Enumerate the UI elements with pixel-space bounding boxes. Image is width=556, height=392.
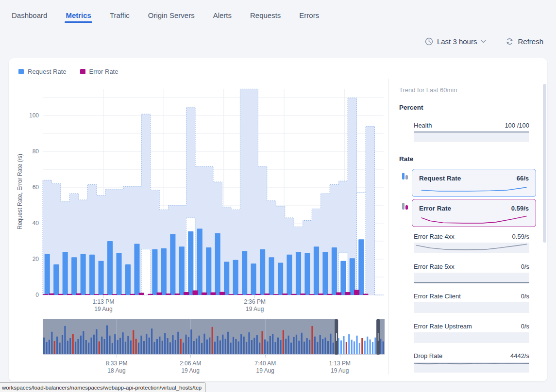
brush-bar — [322, 339, 323, 354]
request-rate-bar — [170, 234, 175, 295]
error-rate-4xx-sparkline — [414, 243, 529, 253]
status-bar-text: workspaces/load-balancers/namespaces/web… — [2, 385, 202, 391]
chevron-down-icon — [481, 40, 486, 43]
brush-handle-right[interactable] — [376, 319, 380, 355]
brush-axis-tick — [117, 355, 117, 358]
legend-request-rate[interactable]: Request Rate — [18, 68, 67, 75]
brush-bar — [156, 339, 158, 354]
error-rate-upstream-row[interactable]: Error Rate Upstream 0/s — [414, 323, 529, 343]
error-rate-bar — [184, 292, 189, 295]
brush-bar — [119, 338, 121, 354]
error-rate-upstream-sparkline — [414, 332, 529, 343]
brush-bar — [246, 342, 247, 354]
tab-label: Origin Servers — [148, 11, 195, 19]
clock-icon — [425, 37, 433, 46]
brush-bar — [85, 340, 87, 354]
brush-bar — [164, 333, 166, 354]
tab-origin-servers[interactable]: Origin Servers — [147, 1, 196, 28]
main-chart-svg[interactable]: 020406080100Request Rate, Error Rate (/s… — [15, 85, 392, 315]
request-rate-bar — [322, 252, 328, 295]
brush-axis-label: 2:06 AM19 Aug — [180, 360, 201, 375]
error-rate-4xx-value: 0.59/s — [512, 233, 529, 240]
brush-svg[interactable] — [43, 319, 385, 355]
brush-bar — [324, 338, 326, 354]
tab-alerts[interactable]: Alerts — [212, 1, 233, 28]
brush-bar — [90, 338, 92, 354]
svg-text:0: 0 — [35, 292, 39, 298]
error-rate-card[interactable]: Error Rate 0.59/s — [412, 199, 536, 227]
brush-bar — [117, 340, 118, 354]
request-rate-bar — [81, 254, 86, 295]
tab-metrics[interactable]: Metrics — [65, 1, 92, 28]
tab-errors[interactable]: Errors — [298, 1, 320, 28]
legend-error-rate[interactable]: Error Rate — [80, 68, 118, 75]
brush-bar — [212, 327, 213, 354]
error-rate-5xx-sparkline — [414, 273, 529, 283]
brush-bar — [43, 338, 45, 354]
error-rate-bar — [318, 294, 323, 295]
brush-bar — [59, 343, 60, 354]
brush-handle-left[interactable] — [335, 319, 338, 355]
tab-dashboard[interactable]: Dashboard — [11, 1, 48, 28]
error-rate-4xx-row[interactable]: Error Rate 4xx 0.59/s — [414, 233, 529, 253]
brush-bar — [277, 338, 279, 354]
brush-bar — [88, 343, 89, 354]
brush-bar — [203, 334, 205, 354]
error-rate-bar — [67, 294, 72, 295]
error-rate-5xx-value: 0/s — [521, 263, 529, 270]
brush-bar — [320, 335, 321, 354]
health-row[interactable]: Health 100 /100 — [414, 122, 529, 142]
brush-bar — [162, 341, 163, 354]
brush-bar — [327, 341, 329, 354]
brush-bar — [72, 334, 74, 354]
brush-bar — [143, 341, 145, 354]
svg-text:19 Aug: 19 Aug — [94, 306, 112, 312]
status-bar-link-preview: workspaces/load-balancers/namespaces/web… — [0, 382, 206, 392]
main-chart[interactable]: 020406080100Request Rate, Error Rate (/s… — [15, 85, 392, 315]
brush-bar — [285, 339, 286, 354]
error-rate-client-row[interactable]: Error Rate Client 0/s — [414, 293, 529, 313]
sidebar-scrollbar-thumb[interactable] — [543, 84, 546, 243]
brush-bar — [56, 337, 58, 354]
brush-bar — [172, 335, 173, 354]
brush-bar — [112, 343, 113, 354]
request-rate-bar — [125, 264, 131, 295]
error-rate-bar — [139, 293, 144, 295]
error-rate-bar — [43, 294, 48, 295]
drop-rate-row[interactable]: Drop Rate 4442/s — [414, 352, 529, 373]
error-rate-bar — [228, 294, 234, 295]
brush-bar — [233, 337, 234, 354]
brush-bar — [67, 341, 68, 354]
brush-bar — [348, 334, 350, 354]
brush-axis-tick — [265, 355, 266, 358]
tab-label: Dashboard — [12, 11, 47, 19]
brush-bar — [230, 343, 231, 354]
legend-label: Error Rate — [89, 68, 118, 75]
brush-bar — [243, 337, 245, 354]
svg-text:60: 60 — [33, 184, 39, 191]
tab-traffic[interactable]: Traffic — [109, 1, 131, 28]
time-range-selector[interactable]: Last 3 hours — [425, 37, 487, 46]
error-rate-bar — [121, 294, 126, 295]
request-rate-bar — [251, 263, 256, 295]
svg-text:1:13 PM: 1:13 PM — [93, 298, 115, 305]
tab-label: Traffic — [110, 11, 130, 19]
error-rate-bar — [309, 294, 315, 295]
request-rate-label: Request Rate — [419, 175, 461, 182]
tab-requests[interactable]: Requests — [249, 1, 282, 28]
brush-minimap[interactable] — [43, 319, 385, 355]
brush-bar — [99, 342, 100, 354]
refresh-button[interactable]: Refresh — [505, 37, 543, 46]
request-rate-bar — [161, 248, 167, 295]
request-rate-sparkline — [419, 184, 529, 196]
brush-bar — [77, 339, 79, 354]
error-rate-client-sparkline — [414, 302, 529, 313]
error-rate-label: Error Rate — [419, 205, 451, 212]
brush-bar — [359, 343, 360, 354]
request-rate-bar — [278, 262, 283, 295]
brush-bar — [238, 342, 239, 354]
request-rate-card[interactable]: Request Rate 66/s — [412, 169, 536, 197]
brush-bar — [298, 341, 300, 354]
error-rate-5xx-row[interactable]: Error Rate 5xx 0/s — [414, 263, 529, 283]
brush-bar — [290, 343, 292, 354]
